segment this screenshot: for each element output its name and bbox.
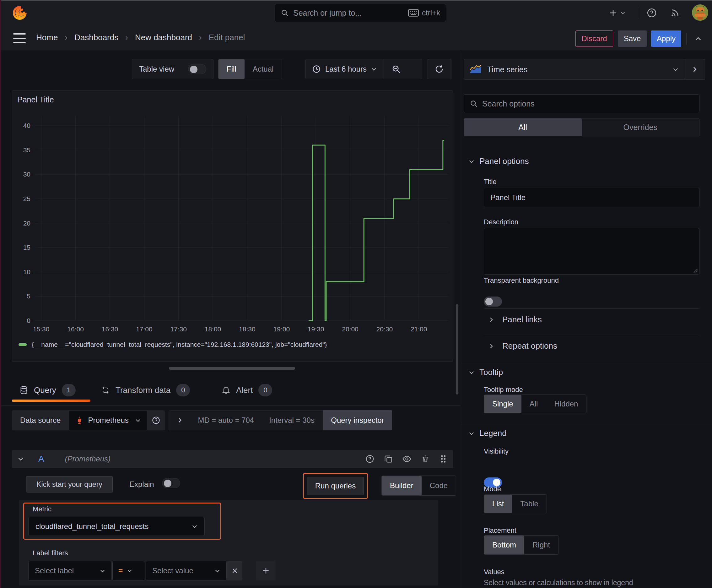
time-series-chart[interactable]: 051015202530354015:3016:0016:3017:0017:3… — [15, 113, 450, 333]
panel-card: Panel Title 051015202530354015:3016:0016… — [12, 90, 453, 362]
legend-list-option[interactable]: List — [484, 495, 512, 513]
actual-option[interactable]: Actual — [244, 59, 282, 79]
tab-alert[interactable]: Alert 0 — [222, 384, 272, 396]
avatar[interactable] — [692, 4, 708, 21]
datasource-help-button[interactable] — [147, 410, 165, 430]
help-button[interactable] — [644, 6, 659, 20]
viz-type-select[interactable]: Time series — [464, 59, 684, 80]
builder-option[interactable]: Builder — [382, 476, 422, 495]
rss-icon — [670, 8, 680, 18]
tab-query[interactable]: Query 1 — [19, 384, 75, 396]
drag-handle-icon[interactable] — [439, 454, 447, 464]
panel-title[interactable]: Panel Title — [17, 95, 54, 104]
legend-section-header[interactable]: Legend — [469, 428, 507, 438]
repeat-options-section[interactable]: Repeat options — [489, 341, 557, 351]
tab-transform-count: 0 — [176, 384, 190, 396]
options-search[interactable]: Search options — [464, 94, 699, 113]
chevron-right-icon — [692, 66, 698, 72]
svg-text:18:00: 18:00 — [205, 326, 221, 333]
remove-filter-button[interactable] — [227, 561, 242, 581]
metric-select[interactable]: cloudflared_tunnel_total_requests — [28, 517, 205, 536]
add-filter-button[interactable] — [256, 561, 276, 581]
explain-toggle[interactable] — [162, 478, 180, 488]
collapse-header-button[interactable] — [691, 33, 705, 45]
legend-table-option[interactable]: Table — [512, 495, 546, 513]
news-button[interactable] — [667, 6, 683, 20]
breadcrumb-dashboards[interactable]: Dashboards — [74, 33, 118, 42]
delete-query-icon[interactable] — [421, 455, 430, 463]
placement-right-option[interactable]: Right — [524, 536, 558, 554]
time-range-picker[interactable]: Last 6 hours — [306, 59, 383, 79]
duplicate-query-icon[interactable] — [384, 455, 393, 463]
svg-text:19:00: 19:00 — [274, 326, 290, 333]
discard-button[interactable]: Discard — [576, 30, 613, 47]
repeat-options-heading: Repeat options — [502, 341, 557, 351]
legend-values-hint: Select values or calculations to show in… — [484, 579, 633, 587]
operator-value: = — [118, 566, 123, 575]
table-view-toggle[interactable] — [188, 64, 206, 74]
global-search[interactable]: Search or jump to... ctrl+k — [275, 4, 446, 22]
panel-resize-handle[interactable] — [169, 367, 295, 370]
query-row-header[interactable]: A (Prometheus) — [12, 450, 453, 468]
legend-series-label[interactable]: {__name__="cloudflared_tunnel_total_requ… — [32, 341, 327, 348]
svg-text:5: 5 — [27, 292, 30, 300]
select-value-dropdown[interactable]: Select value — [146, 561, 226, 581]
placement-bottom-option[interactable]: Bottom — [484, 536, 524, 554]
operator-dropdown[interactable]: = — [112, 561, 145, 581]
chevron-down-icon — [127, 568, 132, 573]
description-textarea[interactable] — [484, 228, 699, 275]
tab-transform[interactable]: Transform data 0 — [101, 384, 190, 396]
tooltip-heading: Tooltip — [479, 368, 503, 377]
query-options-strip[interactable]: MD = auto = 704 Interval = 30s — [169, 410, 323, 430]
tab-all[interactable]: All — [464, 119, 582, 136]
query-inspector-button[interactable]: Query inspector — [323, 410, 392, 430]
tooltip-section-header[interactable]: Tooltip — [469, 368, 503, 377]
transparent-bg-label: Transparent background — [484, 276, 559, 285]
select-label-dropdown[interactable]: Select label — [28, 561, 112, 581]
svg-text:17:30: 17:30 — [170, 326, 187, 333]
search-placeholder: Search or jump to... — [293, 8, 408, 18]
kickstart-query-button[interactable]: Kick start your query — [26, 476, 113, 492]
svg-text:30: 30 — [23, 171, 30, 178]
datasource-row: Data source Prometheus MD = auto = 704 I… — [12, 410, 392, 430]
stat-max-datapoints: MD = auto = 704 — [198, 416, 254, 425]
datasource-picker[interactable]: Prometheus — [69, 410, 147, 430]
refresh-button[interactable] — [427, 59, 451, 79]
explain-label: Explain — [129, 480, 154, 489]
scrollbar-thumb[interactable] — [456, 304, 458, 395]
tab-overrides[interactable]: Overrides — [582, 119, 699, 136]
panel-options-header[interactable]: Panel options — [469, 156, 529, 166]
breadcrumb-new-dashboard[interactable]: New dashboard — [135, 33, 192, 42]
tooltip-single-option[interactable]: Single — [484, 395, 521, 413]
add-new-button[interactable] — [606, 6, 628, 20]
code-option[interactable]: Code — [422, 476, 456, 495]
fill-option[interactable]: Fill — [218, 59, 244, 79]
panel-title-input[interactable] — [484, 188, 699, 207]
breadcrumb-home[interactable]: Home — [36, 33, 58, 42]
panel-links-section[interactable]: Panel links — [489, 315, 542, 324]
options-search-placeholder: Search options — [482, 99, 535, 108]
grafana-logo[interactable] — [11, 4, 28, 21]
time-series-icon — [470, 65, 481, 74]
plus-icon — [608, 8, 618, 18]
tab-query-count: 1 — [62, 384, 75, 396]
viz-suggestions-button[interactable] — [684, 59, 705, 80]
run-queries-button[interactable]: Run queries — [307, 477, 364, 495]
save-button[interactable]: Save — [618, 30, 647, 47]
table-view-control: Table view — [132, 59, 214, 79]
transparent-bg-toggle[interactable] — [484, 296, 502, 307]
resize-grip-icon — [693, 269, 698, 273]
apply-button[interactable]: Apply — [651, 30, 681, 47]
query-help-icon[interactable] — [365, 454, 374, 464]
fill-actual-segment: Fill Actual — [218, 59, 282, 79]
tooltip-hidden-option[interactable]: Hidden — [546, 395, 586, 413]
svg-text:25: 25 — [23, 195, 30, 202]
legend-placement-label: Placement — [484, 526, 516, 534]
label-filter-row: Select label = Select value — [28, 561, 276, 581]
menu-toggle[interactable] — [13, 33, 26, 43]
zoom-out-button[interactable] — [383, 59, 409, 79]
database-icon — [19, 386, 28, 395]
query-ref-id[interactable]: A — [38, 454, 44, 464]
hide-query-icon[interactable] — [402, 454, 412, 464]
tooltip-all-option[interactable]: All — [521, 395, 546, 413]
